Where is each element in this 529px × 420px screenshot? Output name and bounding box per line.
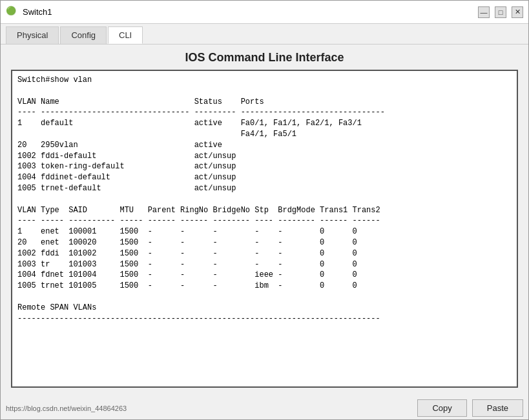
action-buttons: Copy Paste bbox=[417, 399, 523, 417]
paste-button[interactable]: Paste bbox=[472, 399, 523, 417]
title-bar-left: 🟢 Switch1 bbox=[6, 6, 52, 19]
app-icon: 🟢 bbox=[6, 6, 19, 19]
maximize-button[interactable]: □ bbox=[495, 6, 506, 18]
tab-config[interactable]: Config bbox=[60, 26, 107, 44]
title-controls: — □ ✕ bbox=[478, 6, 523, 18]
page-title: IOS Command Line Interface bbox=[11, 51, 518, 65]
tab-bar: Physical Config CLI bbox=[1, 24, 528, 45]
title-bar: 🟢 Switch1 — □ ✕ bbox=[1, 1, 528, 24]
copy-button[interactable]: Copy bbox=[417, 399, 466, 417]
main-window: 🟢 Switch1 — □ ✕ Physical Config CLI IOS … bbox=[0, 0, 529, 420]
bottom-bar: https://blog.csdn.net/weixin_44864263 Co… bbox=[1, 394, 528, 419]
minimize-button[interactable]: — bbox=[478, 6, 490, 18]
tab-physical[interactable]: Physical bbox=[6, 26, 59, 44]
cli-terminal[interactable]: Switch#show vlan VLAN Name Status Ports … bbox=[11, 70, 518, 388]
footer-url: https://blog.csdn.net/weixin_44864263 bbox=[6, 405, 127, 412]
window-title: Switch1 bbox=[23, 7, 52, 17]
close-button[interactable]: ✕ bbox=[512, 6, 523, 18]
tab-cli[interactable]: CLI bbox=[108, 26, 143, 44]
main-area: IOS Command Line Interface Switch#show v… bbox=[1, 45, 528, 394]
